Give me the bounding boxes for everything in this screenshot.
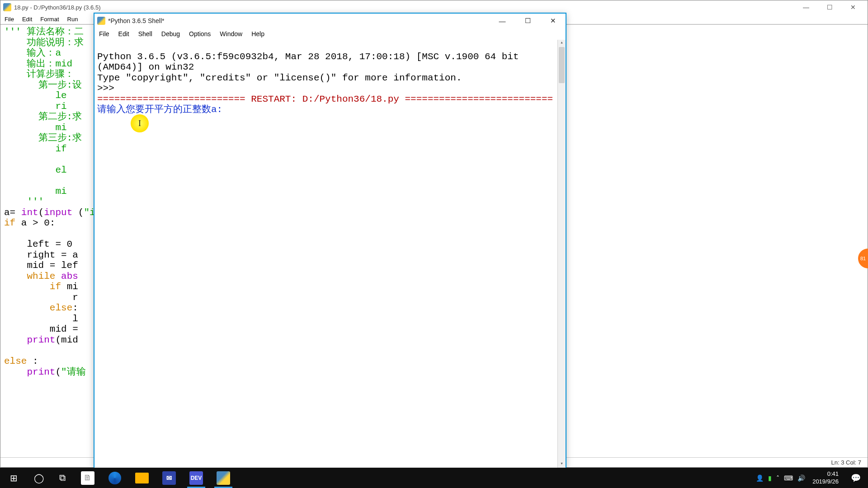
shell-input-prompt: 请输入您要开平方的正整数a: [97, 104, 228, 115]
shell-restart-line: ========================== RESTART: D:/P… [97, 94, 553, 104]
dev-icon: DEV [189, 471, 203, 485]
scroll-down-arrow[interactable]: ▾ [558, 461, 566, 468]
cursor-highlight-marker: I [131, 114, 149, 132]
editor-cursor-position: Ln: 3 Col: 7 [831, 459, 862, 466]
editor-minimize-button[interactable]: — [794, 1, 818, 13]
editor-close-button[interactable]: ✕ [841, 1, 865, 13]
shell-minimize-button[interactable]: — [490, 14, 515, 28]
shell-close-button[interactable]: ✕ [540, 14, 566, 28]
editor-menu-run[interactable]: Run [63, 14, 82, 24]
taskbar-app-file[interactable]: 🗎 [74, 468, 101, 488]
editor-menu-edit[interactable]: Edit [18, 14, 36, 24]
editor-maximize-button[interactable]: ☐ [818, 1, 841, 13]
battery-icon[interactable]: ▮ [768, 474, 772, 482]
shell-menu-file[interactable]: File [94, 28, 114, 40]
edge-badge-value: 81 [860, 256, 866, 261]
file-icon: 🗎 [81, 471, 94, 485]
ime-icon[interactable]: ⌨ [784, 474, 793, 482]
shell-title-text: *Python 3.6.5 Shell* [108, 17, 490, 24]
scroll-thumb[interactable] [559, 47, 565, 83]
taskbar-clock[interactable]: 0:41 2019/9/26 [808, 468, 843, 488]
cortana-button[interactable]: ◯ [27, 468, 51, 488]
editor-menu-format[interactable]: Format [36, 14, 63, 24]
shell-menu-window[interactable]: Window [215, 28, 247, 40]
shell-output-area[interactable]: Python 3.6.5 (v3.6.5:f59c0932b4, Mar 28 … [94, 40, 566, 468]
python-icon [3, 3, 11, 11]
taskbar-app-outlook[interactable]: ✉ [156, 468, 183, 488]
idle-icon [217, 471, 230, 485]
scroll-up-arrow[interactable]: ▴ [558, 40, 566, 47]
action-center-button[interactable]: 💬 [843, 468, 868, 488]
clock-time: 0:41 [827, 470, 839, 478]
taskbar-app-explorer[interactable] [128, 468, 156, 488]
shell-prompt: >>> [97, 83, 120, 94]
shell-banner-line2: Type "copyright", "credits" or "license(… [97, 73, 462, 83]
marker-label: I [138, 119, 141, 128]
taskbar-app-edge[interactable] [101, 468, 128, 488]
outlook-icon: ✉ [162, 471, 176, 485]
shell-menu-shell[interactable]: Shell [134, 28, 157, 40]
editor-menu-file[interactable]: File [0, 14, 18, 24]
clock-date: 2019/9/26 [812, 478, 839, 485]
taskbar-app-idle[interactable] [210, 468, 237, 488]
shell-menu-help[interactable]: Help [247, 28, 269, 40]
shell-maximize-button[interactable]: ☐ [515, 14, 540, 28]
shell-menu-debug[interactable]: Debug [157, 28, 184, 40]
tray-expand-icon[interactable]: ˄ [776, 474, 779, 482]
folder-icon [135, 473, 149, 483]
shell-banner-line1: Python 3.6.5 (v3.6.5:f59c0932b4, Mar 28 … [97, 52, 524, 73]
python-icon [97, 17, 105, 25]
start-button[interactable]: ⊞ [0, 468, 27, 488]
edge-icon [108, 472, 121, 484]
editor-titlebar[interactable]: 18.py - D:/Python36/18.py (3.6.5) — ☐ ✕ [0, 0, 868, 14]
shell-menu-edit[interactable]: Edit [114, 28, 134, 40]
volume-icon[interactable]: 🔊 [797, 474, 805, 482]
shell-menu-options[interactable]: Options [184, 28, 215, 40]
shell-titlebar[interactable]: *Python 3.6.5 Shell* — ☐ ✕ [94, 14, 566, 28]
idle-shell-window: *Python 3.6.5 Shell* — ☐ ✕ File Edit She… [94, 13, 566, 469]
shell-menubar: File Edit Shell Debug Options Window Hel… [94, 28, 566, 40]
shell-scrollbar[interactable]: ▴ ▾ [557, 40, 566, 468]
people-icon[interactable]: 👤 [756, 474, 764, 482]
taskbar-app-dev[interactable]: DEV [183, 468, 210, 488]
task-view-button[interactable]: ⧉ [51, 468, 74, 488]
system-tray[interactable]: 👤 ▮ ˄ ⌨ 🔊 [753, 468, 808, 488]
editor-title-text: 18.py - D:/Python36/18.py (3.6.5) [14, 4, 794, 11]
taskbar: ⊞ ◯ ⧉ 🗎 ✉ DEV 👤 ▮ ˄ ⌨ 🔊 0:41 2019/9/26 💬 [0, 468, 868, 488]
